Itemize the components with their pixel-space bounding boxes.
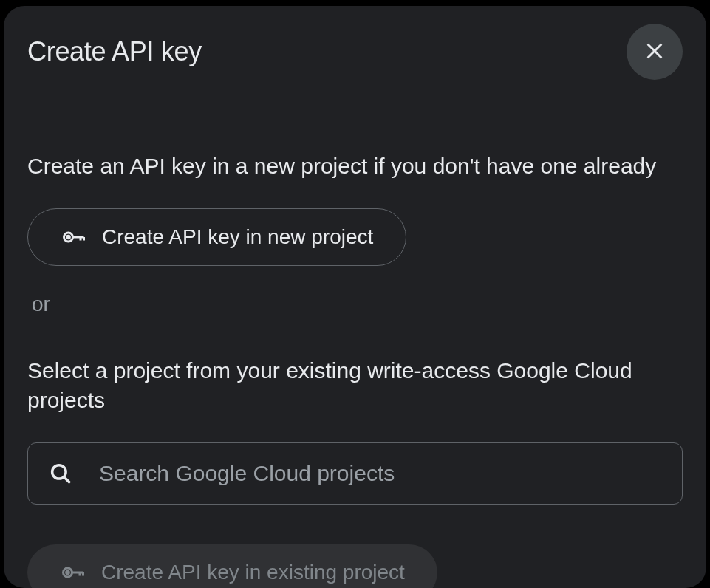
key-icon <box>60 559 86 586</box>
search-wrapper <box>27 442 683 505</box>
create-existing-project-button: Create API key in existing project <box>27 544 437 589</box>
create-new-project-label: Create API key in new project <box>102 225 373 249</box>
create-new-project-button[interactable]: Create API key in new project <box>27 208 406 266</box>
close-icon <box>643 39 666 65</box>
dialog-title: Create API key <box>27 36 202 67</box>
key-icon <box>61 224 87 250</box>
existing-project-description: Select a project from your existing writ… <box>27 356 683 416</box>
svg-point-3 <box>67 236 70 239</box>
search-icon <box>48 461 73 486</box>
or-divider: or <box>32 293 683 316</box>
close-button[interactable] <box>627 24 683 80</box>
new-project-description: Create an API key in a new project if yo… <box>27 151 683 182</box>
dialog-header: Create API key <box>4 6 706 98</box>
dialog-body: Create an API key in a new project if yo… <box>4 98 706 588</box>
svg-point-10 <box>66 571 69 574</box>
svg-point-7 <box>52 465 66 478</box>
create-existing-project-label: Create API key in existing project <box>101 561 405 584</box>
svg-line-8 <box>64 476 70 482</box>
create-api-key-dialog: Create API key Create an API key in a ne… <box>4 6 706 588</box>
search-projects-input[interactable] <box>27 442 683 505</box>
